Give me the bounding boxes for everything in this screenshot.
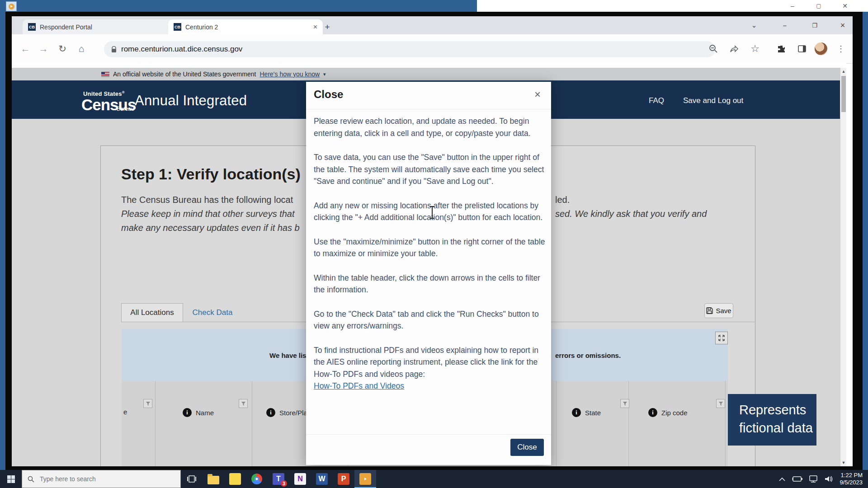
- forward-icon[interactable]: →: [36, 42, 51, 56]
- player-maximize-button[interactable]: ▢: [808, 0, 829, 12]
- page-scrollbar[interactable]: ▲ ▼: [840, 68, 846, 466]
- column-divider: [628, 381, 629, 466]
- tab-check-data[interactable]: Check Data: [183, 303, 242, 322]
- census-favicon: CB: [28, 23, 36, 31]
- dialog-title: Close: [314, 88, 343, 101]
- side-panel-icon[interactable]: [795, 42, 809, 56]
- column-header-store-plant: iStore/Plan: [266, 408, 311, 417]
- scroll-up-icon[interactable]: ▲: [840, 68, 847, 75]
- dialog-paragraph: Use the "maximize/minimize" button in th…: [314, 236, 545, 260]
- nav-faq[interactable]: FAQ: [649, 96, 664, 105]
- browser-restore-button[interactable]: ❐: [806, 20, 824, 31]
- filter-icon[interactable]: [239, 399, 248, 408]
- play-button-icon[interactable]: [6, 1, 17, 11]
- dialog-close-button[interactable]: Close: [510, 439, 544, 456]
- page-top-strip: [12, 63, 846, 68]
- media-player-button[interactable]: [354, 470, 376, 488]
- how-to-pdfs-link[interactable]: How-To PDFs and Videos: [314, 381, 404, 390]
- dialog-paragraph: To find instructional PDFs and videos ex…: [314, 344, 545, 380]
- browser-close-button[interactable]: ×: [834, 20, 852, 31]
- file-explorer-button[interactable]: [203, 470, 224, 488]
- column-header-name: iName: [183, 408, 214, 417]
- tab-title: Respondent Portal: [40, 23, 164, 31]
- battery-icon[interactable]: [792, 476, 802, 482]
- column-divider: [252, 381, 252, 466]
- info-icon[interactable]: i: [266, 408, 275, 417]
- speaker-icon[interactable]: [824, 475, 833, 483]
- folder-icon: [208, 476, 219, 484]
- nav-save-and-logout[interactable]: Save and Log out: [683, 96, 743, 105]
- player-left-edge: [0, 12, 5, 470]
- word-button[interactable]: W: [311, 470, 333, 488]
- zoom-out-icon[interactable]: [706, 42, 721, 56]
- scroll-down-icon[interactable]: ▼: [840, 459, 847, 466]
- clock-date: 9/5/2023: [840, 479, 863, 486]
- teams-button[interactable]: T 3: [268, 470, 289, 488]
- taskbar-clock[interactable]: 1:22 PM 9/5/2023: [840, 472, 864, 486]
- reload-icon[interactable]: ↻: [55, 42, 70, 56]
- gov-banner-chevron-icon[interactable]: ▾: [323, 71, 326, 77]
- floppy-disk-icon: [706, 307, 713, 314]
- tray-chevron-icon[interactable]: [779, 477, 785, 481]
- info-icon[interactable]: i: [183, 408, 192, 417]
- us-flag-icon: [101, 72, 109, 77]
- powerpoint-button[interactable]: P: [333, 470, 354, 488]
- home-icon[interactable]: ⌂: [74, 42, 89, 56]
- chrome-button[interactable]: [246, 470, 268, 488]
- windows-logo-icon: [7, 475, 15, 483]
- search-input[interactable]: [39, 475, 167, 483]
- filter-icon[interactable]: [620, 399, 629, 408]
- extensions-puzzle-icon[interactable]: [774, 42, 788, 56]
- maximize-table-button[interactable]: [715, 332, 728, 344]
- browser-toolbar: ← → ↻ ⌂ rome.centurion.uat.dice.census.g…: [12, 34, 853, 64]
- gov-banner-link[interactable]: Here's how you know: [259, 70, 320, 78]
- network-icon[interactable]: [809, 475, 818, 483]
- start-button[interactable]: [0, 470, 22, 488]
- search-icon: [28, 476, 34, 483]
- video-player-icon: [359, 473, 371, 485]
- tab-centurion-2[interactable]: CB Centurion 2 ×: [168, 19, 323, 34]
- intro-line1-left: The Census Bureau has the following loca…: [121, 195, 293, 205]
- gov-banner-text: An official website of the United States…: [113, 70, 256, 78]
- dialog-close-icon[interactable]: ×: [531, 88, 544, 101]
- dialog-body: Please review each location, and update …: [314, 115, 545, 392]
- bookmark-star-icon[interactable]: ☆: [748, 42, 762, 56]
- share-icon[interactable]: [727, 42, 741, 56]
- screen: – ▢ ✕ CB Respondent Portal × CB Centurio…: [0, 0, 868, 488]
- intro-line2-right: sed. We kindly ask that you verify and: [555, 209, 707, 219]
- table-caption-right: errors or omissions.: [555, 352, 621, 359]
- player-minimize-button[interactable]: –: [782, 0, 803, 12]
- onenote-button[interactable]: N: [289, 470, 311, 488]
- menu-kebab-icon[interactable]: ⋮: [834, 42, 848, 56]
- back-icon[interactable]: ←: [18, 42, 33, 56]
- save-button[interactable]: Save: [704, 303, 733, 318]
- info-icon[interactable]: i: [648, 408, 657, 417]
- browser-minimize-button[interactable]: −: [776, 20, 794, 31]
- dialog-paragraph: Within the table header, click the down …: [314, 272, 545, 296]
- player-close-button[interactable]: ✕: [835, 0, 855, 12]
- close-dialog: Close × Please review each location, and…: [306, 82, 551, 465]
- tab-close-icon[interactable]: ×: [313, 23, 317, 31]
- filter-icon[interactable]: [716, 399, 725, 408]
- scrollbar-thumb[interactable]: [841, 76, 846, 112]
- page-title: Step 1: Verify location(s): [121, 165, 301, 183]
- taskbar-search[interactable]: [22, 470, 181, 488]
- tab-all-locations[interactable]: All Locations: [121, 303, 183, 322]
- task-view-button[interactable]: [181, 470, 203, 488]
- notification-badge: 3: [281, 480, 287, 487]
- tab-search-chevron-icon[interactable]: ⌄: [745, 20, 763, 31]
- profile-avatar[interactable]: [815, 42, 827, 55]
- column-divider: [556, 381, 557, 466]
- sticky-notes-button[interactable]: [224, 470, 246, 488]
- new-tab-button[interactable]: +: [322, 22, 333, 33]
- gov-banner: An official website of the United States…: [12, 68, 846, 80]
- filter-icon[interactable]: [143, 399, 152, 408]
- census-favicon: CB: [174, 23, 181, 31]
- survey-title: Annual Integrated: [135, 93, 247, 109]
- column-divider: [725, 381, 726, 466]
- save-button-label: Save: [716, 307, 731, 314]
- address-bar[interactable]: rome.centurion.uat.dice.census.gov: [104, 41, 715, 57]
- dialog-header-divider: [306, 109, 551, 109]
- tab-respondent-portal[interactable]: CB Respondent Portal ×: [23, 19, 177, 34]
- info-icon[interactable]: i: [572, 408, 581, 417]
